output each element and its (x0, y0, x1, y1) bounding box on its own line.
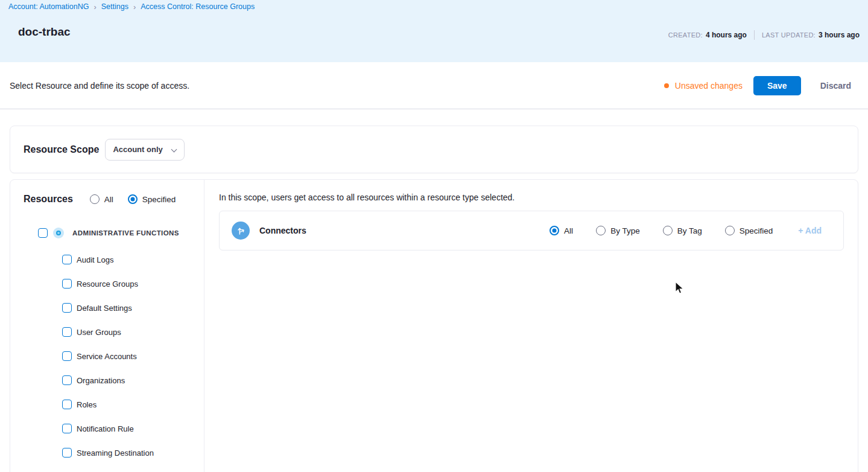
radio-label: Specified (142, 195, 176, 204)
item-label: Organizations (77, 376, 125, 385)
checkbox[interactable] (62, 303, 72, 313)
list-item-notification-rule[interactable]: Notification Rule (62, 416, 204, 441)
add-button[interactable]: + Add (798, 226, 822, 235)
radio-label: All (104, 195, 113, 204)
connectors-option-specified[interactable]: Specified (725, 226, 773, 235)
connectors-option-by-tag[interactable]: By Tag (663, 226, 702, 235)
radio-label: By Tag (677, 226, 702, 235)
item-label: Audit Logs (77, 255, 113, 264)
breadcrumb-settings[interactable]: Settings (101, 2, 128, 11)
list-item-resource-groups[interactable]: Resource Groups (62, 272, 204, 296)
discard-button[interactable]: Discard (820, 81, 851, 91)
radio-icon[interactable] (596, 226, 606, 235)
list-item-streaming-destination[interactable]: Streaming Destination (62, 441, 204, 465)
created-label: CREATED: (668, 31, 703, 39)
meta-divider (754, 30, 755, 40)
item-label: Roles (77, 400, 97, 409)
list-item-user-groups[interactable]: User Groups (62, 320, 204, 344)
collapse-indicator-icon[interactable] (53, 228, 64, 238)
item-label: Notification Rule (77, 424, 134, 433)
resources-mode-all[interactable]: All (90, 194, 113, 204)
scope-description: In this scope, users get access to all r… (219, 193, 844, 202)
resources-title: Resources (24, 194, 73, 205)
checkbox[interactable] (62, 375, 72, 385)
item-label: Resource Groups (77, 279, 138, 289)
connectors-option-by-type[interactable]: By Type (596, 226, 640, 235)
item-label: User Groups (77, 328, 121, 337)
list-item-audit-logs[interactable]: Audit Logs (62, 247, 204, 272)
scope-panel: In this scope, users get access to all r… (204, 180, 858, 472)
unsaved-changes-label: Unsaved changes (675, 81, 743, 91)
list-item-service-accounts[interactable]: Service Accounts (62, 344, 204, 368)
group-label: ADMINISTRATIVE FUNCTIONS (72, 229, 179, 237)
breadcrumb-resource-groups[interactable]: Access Control: Resource Groups (141, 2, 255, 11)
radio-selected-icon[interactable] (128, 194, 138, 204)
checkbox[interactable] (62, 255, 72, 264)
list-item-roles[interactable]: Roles (62, 392, 204, 416)
radio-icon[interactable] (663, 226, 673, 235)
page-title: doc-trbac (18, 25, 71, 39)
resources-header: Resources All Specified (10, 191, 204, 208)
resource-scope-card: Resource Scope Account only (10, 126, 858, 173)
resource-type-list: Audit Logs Resource Groups Default Setti… (10, 247, 204, 465)
resources-sidebar: Resources All Specified ADMINISTRATIVE F… (10, 180, 204, 472)
resources-mode-specified[interactable]: Specified (128, 194, 176, 204)
unsaved-dot-icon (664, 83, 669, 88)
group-checkbox[interactable] (38, 228, 48, 238)
connectors-option-all[interactable]: All (550, 226, 573, 235)
resources-card: Resources All Specified ADMINISTRATIVE F… (10, 179, 858, 472)
toolbar-description: Select Resource and define its scope of … (10, 81, 189, 91)
resource-group-administrative-functions: ADMINISTRATIVE FUNCTIONS (10, 226, 204, 240)
updated-value: 3 hours ago (819, 31, 860, 39)
connectors-icon (232, 222, 250, 240)
unsaved-changes-indicator: Unsaved changes (664, 81, 743, 91)
checkbox[interactable] (62, 279, 72, 289)
connectors-row: Connectors All By Type By Tag (219, 211, 844, 250)
action-toolbar: Select Resource and define its scope of … (0, 62, 868, 109)
created-value: 4 hours ago (706, 31, 747, 39)
radio-icon[interactable] (90, 194, 100, 204)
checkbox[interactable] (62, 351, 72, 361)
connectors-scope-options: All By Type By Tag Specified + Add (550, 226, 822, 235)
radio-label: Specified (740, 226, 773, 235)
radio-label: By Type (610, 226, 640, 235)
item-label: Service Accounts (77, 352, 137, 361)
save-button[interactable]: Save (753, 76, 801, 95)
resource-scope-dropdown[interactable]: Account only (105, 139, 185, 161)
breadcrumb-account[interactable]: Account: AutomationNG (8, 2, 89, 11)
page: Account: AutomationNG › Settings › Acces… (0, 0, 868, 472)
updated-label: LAST UPDATED: (762, 31, 816, 39)
radio-selected-icon[interactable] (550, 226, 559, 235)
checkbox[interactable] (62, 400, 72, 409)
breadcrumb-separator: › (93, 3, 96, 11)
page-header: Account: AutomationNG › Settings › Acces… (0, 0, 868, 62)
checkbox[interactable] (62, 448, 72, 458)
checkbox[interactable] (62, 424, 72, 433)
connectors-label: Connectors (259, 226, 306, 235)
checkbox[interactable] (62, 327, 72, 337)
breadcrumb-separator: › (133, 3, 136, 11)
toolbar-actions: Unsaved changes Save Discard (664, 76, 851, 95)
resource-scope-label: Resource Scope (24, 144, 99, 155)
item-label: Default Settings (77, 304, 132, 313)
list-item-default-settings[interactable]: Default Settings (62, 296, 204, 320)
radio-icon[interactable] (725, 226, 735, 235)
list-item-organizations[interactable]: Organizations (62, 368, 204, 392)
item-label: Streaming Destination (77, 448, 154, 458)
header-meta: CREATED: 4 hours ago LAST UPDATED: 3 hou… (668, 30, 860, 40)
resource-scope-value: Account only (113, 145, 162, 154)
radio-label: All (564, 226, 573, 235)
chevron-down-icon (171, 146, 177, 152)
breadcrumb: Account: AutomationNG › Settings › Acces… (8, 2, 255, 11)
